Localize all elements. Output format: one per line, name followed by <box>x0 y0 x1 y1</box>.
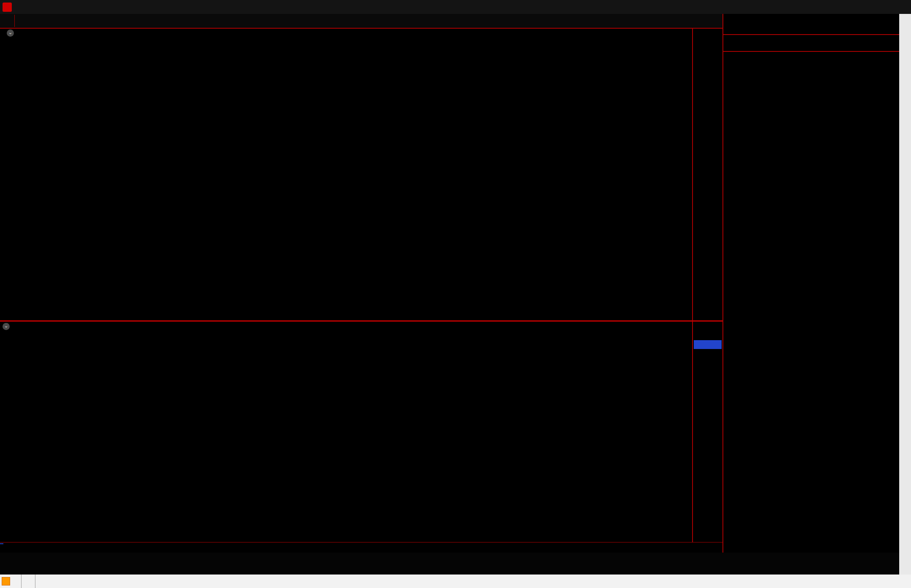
indicator-axis <box>692 322 723 542</box>
tdx-terminal-window: ⌄ ⌄ <box>0 0 911 588</box>
period-toolbar <box>0 14 722 29</box>
right-icon-sidebar <box>899 14 911 575</box>
login-status[interactable] <box>498 3 503 11</box>
indicator-header: ⌄ <box>3 323 22 330</box>
cursor-date-box <box>0 543 3 544</box>
status-bar <box>0 575 911 588</box>
app-logo-icon <box>3 3 12 12</box>
info-tab-row <box>0 564 899 575</box>
chart-title-row: ⌄ <box>3 30 17 37</box>
indicator-current-value <box>694 340 722 349</box>
chevron-down-icon[interactable]: ⌄ <box>3 323 10 330</box>
connection-blocks <box>21 575 35 588</box>
quote-panel <box>722 14 900 553</box>
tdx-tray-icon[interactable] <box>2 577 10 585</box>
layout-toggle-icon[interactable] <box>0 15 15 27</box>
indicator-chart[interactable] <box>0 322 692 542</box>
menu-bar <box>0 0 911 14</box>
indicator-tab-row <box>0 553 899 564</box>
main-candlestick-chart[interactable] <box>0 28 692 320</box>
chevron-down-icon[interactable]: ⌄ <box>7 30 14 37</box>
main-price-axis <box>692 28 723 320</box>
stock-header <box>723 16 900 30</box>
